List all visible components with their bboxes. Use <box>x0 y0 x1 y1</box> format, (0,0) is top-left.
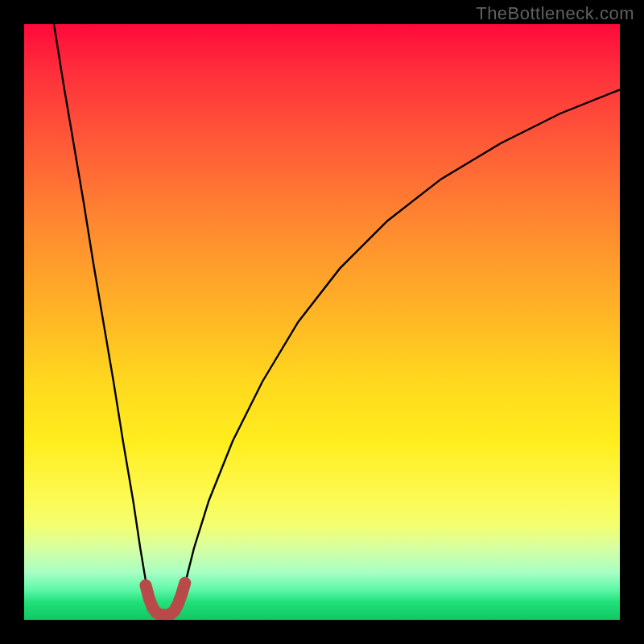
chart-svg <box>24 24 620 620</box>
curve-left-branch <box>54 24 152 608</box>
frame: TheBottleneck.com <box>0 0 644 644</box>
watermark-text: TheBottleneck.com <box>476 3 634 24</box>
curve-right-branch <box>179 89 620 608</box>
valley-marker-curve <box>146 583 185 615</box>
plot-area <box>24 24 620 620</box>
